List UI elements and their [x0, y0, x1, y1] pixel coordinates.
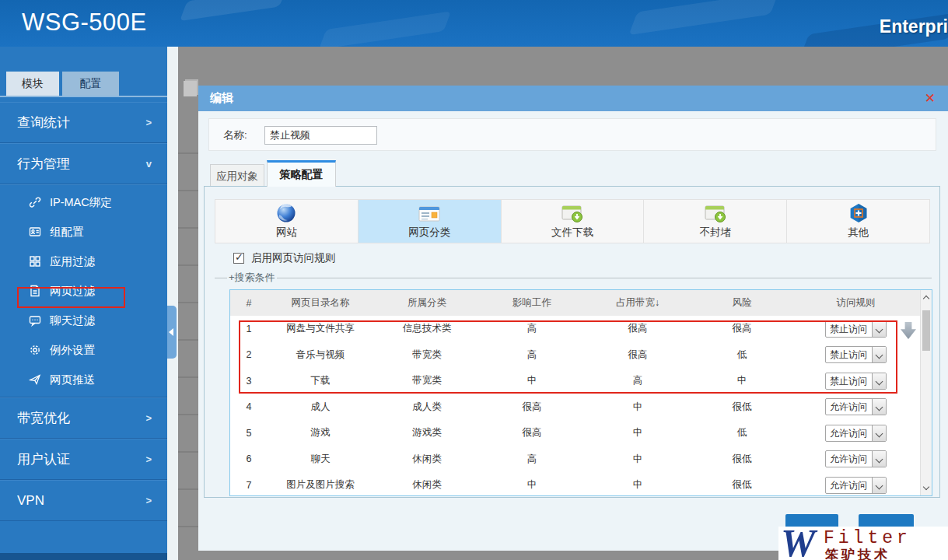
access-rule-select[interactable]: 禁止访问: [825, 346, 887, 363]
vendor-watermark: W Filter 笨驴技术: [778, 527, 948, 560]
sidebar-tab-module[interactable]: 模块: [6, 72, 59, 96]
sidebar-item-label: 组配置: [50, 225, 84, 240]
name-label: 名称:: [223, 128, 247, 142]
sidebar-group-vpn[interactable]: VPN >: [0, 480, 167, 521]
sidebar-item-exception-settings[interactable]: 例外设置: [0, 335, 167, 365]
access-rule-value: 允许访问: [826, 451, 872, 467]
access-rule-select[interactable]: 允许访问: [825, 450, 887, 467]
scroll-down-icon[interactable]: [923, 484, 929, 490]
sidebar-group-user-auth[interactable]: 用户认证 >: [0, 439, 167, 480]
sidebar-group-label: 带宽优化: [17, 409, 70, 427]
enable-rule-checkbox[interactable]: [233, 253, 244, 264]
header-decoration: [628, 0, 778, 35]
row-name: 游戏: [268, 426, 373, 439]
sidebar-group-query-stats[interactable]: 查询统计 >: [0, 102, 167, 143]
edition-label: Enterpri: [880, 16, 948, 37]
row-impact: 中: [481, 478, 583, 492]
sidebar-item-web-filter[interactable]: 网页过滤: [0, 276, 167, 306]
select-arrow-icon[interactable]: [872, 478, 886, 493]
table-row[interactable]: 3 下载 带宽类 中 高 中 禁止访问: [230, 368, 920, 394]
sidebar-tab-config[interactable]: 配置: [62, 72, 119, 96]
sidebar-item-web-push[interactable]: 网页推送: [0, 365, 167, 394]
sidebar-collapse-handle[interactable]: [167, 306, 177, 359]
app-root: WSG-500E Enterpri 模块 配置 查询统计 > 行为管理 v IP…: [0, 0, 948, 560]
name-panel: 名称:: [208, 118, 936, 151]
row-bandwidth: 很高: [583, 322, 692, 335]
row-impact: 高: [481, 453, 583, 466]
row-name: 图片及图片搜索: [268, 478, 373, 492]
category-other[interactable]: 其他: [787, 200, 929, 243]
select-arrow-icon[interactable]: [872, 321, 886, 337]
category-web-classification[interactable]: 网页分类: [359, 200, 502, 243]
access-rule-select[interactable]: 允许访问: [825, 477, 887, 494]
table-row[interactable]: 2 音乐与视频 带宽类 高 很高 低 禁止访问: [230, 342, 920, 369]
sidebar-group-bandwidth[interactable]: 带宽优化 >: [0, 397, 167, 439]
row-index: 2: [230, 349, 268, 360]
tab-apply-target[interactable]: 应用对象: [210, 164, 264, 187]
collapse-arrow-icon: [169, 328, 173, 336]
row-category: 游戏类: [373, 426, 481, 439]
chevron-right-icon: >: [145, 412, 152, 424]
scrollbar-thumb[interactable]: [922, 310, 930, 351]
row-bandwidth: 中: [583, 478, 692, 492]
select-arrow-icon[interactable]: [872, 399, 886, 415]
col-header-bandwidth[interactable]: 占用带宽↓: [583, 296, 692, 310]
paper-plane-icon: [29, 373, 41, 386]
row-name: 成人: [268, 401, 373, 414]
app-title: WSG-500E: [22, 9, 147, 37]
access-rule-select[interactable]: 允许访问: [825, 425, 887, 442]
access-rule-select[interactable]: 禁止访问: [825, 320, 887, 338]
select-arrow-icon[interactable]: [872, 425, 886, 441]
id-card-icon: [29, 226, 41, 238]
chevron-down-icon: v: [146, 158, 152, 170]
sidebar-item-label: 应用过滤: [50, 254, 95, 269]
table-row[interactable]: 4 成人 成人类 很高 中 很低 允许访问: [230, 394, 920, 421]
header-decoration: [319, 11, 451, 47]
select-arrow-icon[interactable]: [872, 451, 886, 467]
category-file-download[interactable]: 文件下载: [502, 200, 645, 243]
legend-label[interactable]: +搜索条件: [227, 271, 277, 285]
policy-name-input[interactable]: [264, 126, 377, 145]
table-row[interactable]: 7 图片及图片搜索 休闲类 中 中 很低 允许访问: [230, 472, 920, 496]
access-rule-select[interactable]: 禁止访问: [825, 373, 887, 390]
category-website[interactable]: 网站: [215, 200, 359, 243]
category-label: 网页分类: [408, 226, 450, 240]
watermark-subtitle: 笨驴技术: [825, 546, 890, 560]
filter-category-strip: 网站 网页分类 文件下载: [215, 199, 930, 243]
scroll-up-icon[interactable]: [923, 296, 929, 302]
gear-icon: [29, 344, 41, 356]
row-risk: 低: [692, 426, 792, 439]
webpage-category-icon: [418, 205, 440, 223]
chevron-right-icon: >: [145, 495, 152, 506]
row-index: 5: [230, 428, 268, 439]
row-risk: 很低: [692, 478, 792, 492]
table-row[interactable]: 1 网盘与文件共享 信息技术类 高 很高 很高 禁止访问: [230, 316, 920, 342]
sidebar-item-ip-mac-binding[interactable]: IP-MAC绑定: [0, 187, 167, 217]
sidebar-item-chat-filter[interactable]: 聊天过滤: [0, 306, 167, 335]
sidebar: 模块 配置 查询统计 > 行为管理 v IP-MAC绑定 组配置: [0, 47, 167, 560]
access-rule-select[interactable]: 允许访问: [825, 398, 887, 415]
table-scrollbar[interactable]: [920, 290, 932, 495]
col-header-impact: 影响工作: [481, 296, 583, 310]
sidebar-item-group-config[interactable]: 组配置: [0, 217, 167, 247]
close-icon[interactable]: ✕: [925, 90, 936, 107]
row-risk: 很低: [692, 401, 792, 414]
row-index: 1: [230, 324, 268, 334]
sidebar-item-label: 网页过滤: [50, 284, 95, 299]
link-icon: [29, 196, 41, 208]
select-arrow-icon[interactable]: [872, 373, 886, 389]
dialog-tabbar: 应用对象 策略配置: [210, 160, 336, 187]
sidebar-item-app-filter[interactable]: 应用过滤: [0, 247, 167, 276]
category-unblock[interactable]: 不封堵: [644, 200, 787, 243]
enable-rule-label: 启用网页访问规则: [251, 251, 335, 265]
row-impact: 高: [481, 348, 583, 362]
sidebar-item-label: 聊天过滤: [50, 313, 95, 328]
sidebar-group-behavior-mgmt[interactable]: 行为管理 v: [0, 143, 167, 184]
table-row[interactable]: 6 聊天 休闲类 高 中 很低 允许访问: [230, 446, 920, 473]
sidebar-item-label: 网页推送: [50, 373, 95, 387]
chevron-right-icon: >: [145, 117, 152, 128]
table-row[interactable]: 5 游戏 游戏类 很高 中 低 允许访问: [230, 420, 920, 446]
select-arrow-icon[interactable]: [872, 347, 886, 362]
tab-policy-config[interactable]: 策略配置: [267, 160, 336, 187]
row-name: 网盘与文件共享: [268, 322, 373, 335]
